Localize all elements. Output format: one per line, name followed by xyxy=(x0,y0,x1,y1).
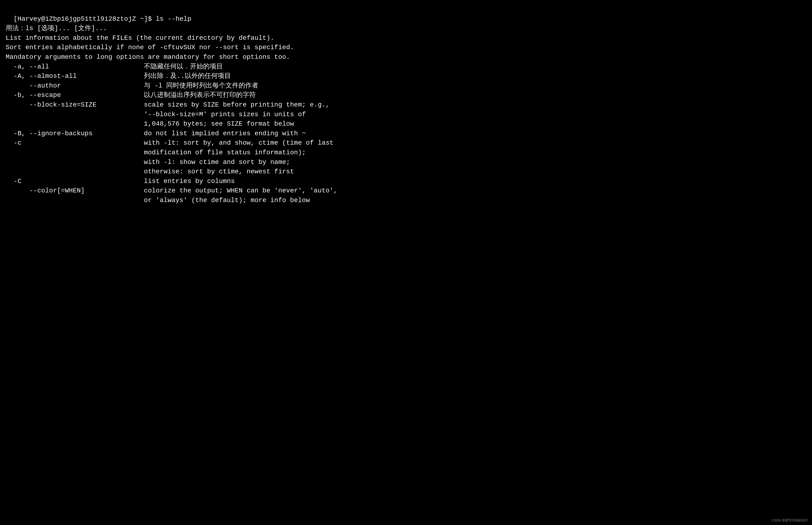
option-line: -b, --escape 以八进制溢出序列表示不可打印的字符 xyxy=(6,91,806,100)
option-continuation: otherwise: sort by ctime, newest first xyxy=(6,167,806,177)
option-line: --author 与 -l 同时使用时列出每个文件的作者 xyxy=(6,81,806,91)
option-line: -B, --ignore-backups do not list implied… xyxy=(6,129,806,138)
terminal-line: Sort entries alphabetically if none of -… xyxy=(6,43,806,52)
terminal-line: List information about the FILEs (the cu… xyxy=(6,33,806,43)
watermark: CSDN @爱写代码的刘子 xyxy=(771,518,808,523)
option-line: --block-size=SIZE scale sizes by SIZE be… xyxy=(6,100,806,110)
option-line: -A, --almost-all 列出除．及..以外的任何项目 xyxy=(6,72,806,81)
option-continuation: '--block-size=M' prints sizes in units o… xyxy=(6,110,806,120)
option-line: -a, --all 不隐藏任何以．开始的项目 xyxy=(6,62,806,72)
terminal-output: [Harvey@iZbp16jgp51ttl9i28ztojZ ~]$ ls -… xyxy=(6,5,806,24)
option-line: -C list entries by columns xyxy=(6,177,806,186)
option-continuation: modification of file status information)… xyxy=(6,148,806,158)
prompt-line: [Harvey@iZbp16jgp51ttl9i28ztojZ ~]$ ls -… xyxy=(14,15,191,22)
option-line: -c with -lt: sort by, and show, ctime (t… xyxy=(6,138,806,148)
terminal-body: 用法：ls [选项]... [文件]...List information ab… xyxy=(6,24,806,205)
terminal-line: Mandatory arguments to long options are … xyxy=(6,52,806,62)
option-continuation: with -l: show ctime and sort by name; xyxy=(6,158,806,167)
option-line: --color[=WHEN] colorize the output; WHEN… xyxy=(6,186,806,196)
terminal-line: 用法：ls [选项]... [文件]... xyxy=(6,24,806,33)
option-continuation: or 'always' (the default); more info bel… xyxy=(6,196,806,205)
option-continuation: 1,048,576 bytes; see SIZE format below xyxy=(6,119,806,129)
